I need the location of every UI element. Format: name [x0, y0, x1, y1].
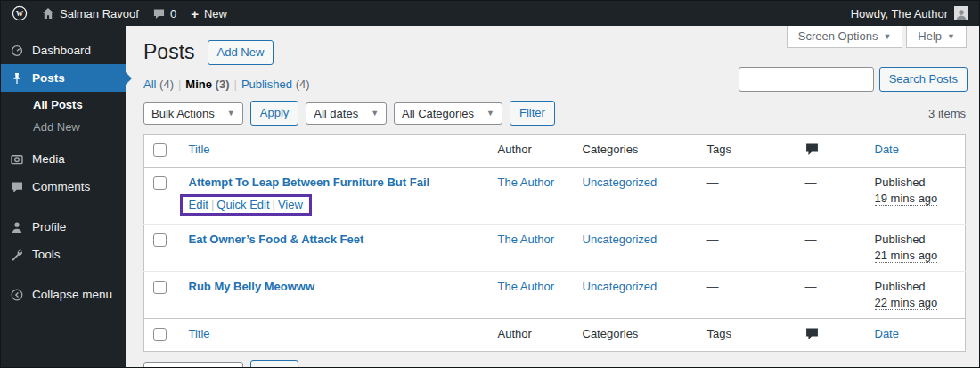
sidebar-item-add-new[interactable]: Add New	[1, 116, 126, 138]
sort-title-header[interactable]: Title	[189, 327, 210, 340]
new-content-menu[interactable]: + New	[191, 7, 227, 20]
separator: |	[234, 78, 237, 91]
wrench-icon	[10, 249, 24, 261]
collapse-arrow-icon	[10, 289, 24, 301]
view-published-link[interactable]: Published (4)	[241, 78, 310, 91]
chevron-down-icon: ▼	[947, 32, 955, 41]
post-title-link[interactable]: Rub My Belly Meowww	[189, 280, 315, 293]
row-checkbox[interactable]	[153, 233, 167, 247]
table-row: Rub My Belly Meowww The Author Uncategor…	[144, 272, 966, 319]
sort-title-header[interactable]: Title	[189, 143, 210, 156]
category-link[interactable]: Uncategorized	[583, 280, 657, 293]
separator: |	[211, 198, 214, 211]
tags-header: Tags	[698, 319, 796, 352]
post-status: Published	[875, 280, 926, 293]
sidebar-item-label: Dashboard	[32, 44, 91, 57]
post-title-link[interactable]: Attempt To Leap Between Furniture But Fa…	[189, 176, 430, 189]
dashboard-icon	[10, 45, 24, 57]
post-date: 19 mins ago	[875, 192, 938, 206]
sidebar-item-label: Tools	[32, 248, 61, 261]
howdy-label: Howdy, The Author	[851, 7, 948, 20]
author-link[interactable]: The Author	[498, 233, 555, 246]
post-date: 22 mins ago	[875, 296, 938, 310]
post-date: 21 mins ago	[875, 249, 938, 263]
sidebar-item-posts[interactable]: Posts	[1, 64, 126, 92]
wordpress-admin-window: W Salman Ravoof 0 + New Howdy, The Autho…	[0, 0, 980, 368]
category-link[interactable]: Uncategorized	[583, 233, 657, 246]
select-all-checkbox[interactable]	[153, 143, 167, 157]
view-mine-link[interactable]: Mine (3)	[185, 78, 229, 91]
sidebar-item-profile[interactable]: Profile	[1, 213, 126, 241]
categories-filter-select[interactable]: All Categories ▼	[394, 102, 502, 125]
comments-column-icon	[805, 330, 819, 343]
sidebar-item-label: Profile	[32, 220, 66, 233]
screen-meta-tabs: Screen Options ▼ Help ▼	[787, 26, 967, 48]
table-row: Attempt To Leap Between Furniture But Fa…	[144, 168, 966, 225]
separator: |	[178, 78, 181, 91]
sidebar-item-all-posts[interactable]: All Posts	[1, 94, 126, 116]
admin-bar-comments[interactable]: 0	[153, 7, 176, 20]
account-menu[interactable]: Howdy, The Author	[851, 6, 968, 20]
apply-button-bottom[interactable]: Apply	[250, 360, 299, 368]
tags-header: Tags	[698, 135, 796, 168]
post-title-link[interactable]: Eat Owner’s Food & Attack Feet	[189, 233, 364, 246]
site-name-menu[interactable]: Salman Ravoof	[42, 7, 139, 20]
admin-sidebar: Dashboard Posts All Posts Add New Media …	[1, 26, 126, 367]
new-label: New	[204, 7, 227, 20]
author-link[interactable]: The Author	[498, 176, 555, 189]
avatar	[954, 6, 968, 20]
comments-value: —	[805, 280, 817, 293]
row-actions: Edit|Quick Edit|View	[189, 194, 480, 216]
comments-count: 0	[170, 7, 176, 20]
menu-separator	[1, 268, 126, 281]
sidebar-item-label: Collapse menu	[32, 288, 112, 301]
comments-column-icon	[805, 145, 819, 159]
view-link[interactable]: View	[278, 198, 303, 211]
posts-submenu: All Posts Add New	[1, 92, 126, 145]
screen-options-tab[interactable]: Screen Options ▼	[787, 26, 903, 48]
site-name-label: Salman Ravoof	[60, 7, 139, 20]
page-title: Posts	[143, 40, 195, 65]
sort-date-header[interactable]: Date	[875, 327, 899, 340]
sidebar-item-dashboard[interactable]: Dashboard	[1, 37, 126, 64]
author-link[interactable]: The Author	[498, 280, 555, 293]
edit-link[interactable]: Edit	[189, 198, 208, 211]
search-posts-button[interactable]: Search Posts	[879, 67, 968, 92]
menu-separator	[1, 200, 126, 213]
quick-edit-link[interactable]: Quick Edit	[216, 198, 269, 211]
category-link[interactable]: Uncategorized	[583, 176, 657, 189]
sidebar-item-label: Posts	[32, 71, 65, 85]
annotation-highlight: Edit|Quick Edit|View	[180, 194, 312, 216]
bulk-actions-select-bottom[interactable]: Bulk Actions ▼	[143, 362, 243, 368]
sidebar-item-tools[interactable]: Tools	[1, 241, 126, 268]
filter-button[interactable]: Filter	[510, 101, 555, 126]
comments-value: —	[805, 233, 817, 246]
sort-date-header[interactable]: Date	[875, 143, 899, 156]
chevron-down-icon: ▼	[486, 109, 494, 118]
dates-filter-select[interactable]: All dates ▼	[306, 102, 387, 125]
table-nav-top: Bulk Actions ▼ Apply All dates ▼ All Cat…	[143, 101, 966, 126]
tags-value: —	[707, 280, 719, 293]
sidebar-item-comments[interactable]: Comments	[1, 173, 126, 200]
select-all-checkbox[interactable]	[153, 328, 167, 341]
row-checkbox[interactable]	[153, 176, 167, 190]
main-content: Screen Options ▼ Help ▼ Search Posts Pos…	[126, 26, 979, 367]
author-header: Author	[489, 135, 574, 168]
chevron-down-icon: ▼	[227, 109, 235, 118]
add-new-button[interactable]: Add New	[208, 40, 274, 65]
table-nav-bottom: Bulk Actions ▼ Apply 3 items	[143, 360, 966, 368]
sidebar-item-media[interactable]: Media	[1, 145, 126, 173]
post-status: Published	[875, 176, 926, 189]
help-tab[interactable]: Help ▼	[906, 26, 967, 48]
wordpress-logo-icon[interactable]: W	[12, 5, 28, 21]
comments-icon	[10, 181, 24, 193]
view-all-link[interactable]: All (4)	[143, 78, 174, 91]
search-input[interactable]	[739, 67, 874, 92]
sidebar-item-label: Media	[32, 152, 65, 166]
bulk-actions-select[interactable]: Bulk Actions ▼	[143, 102, 243, 125]
camera-icon	[10, 153, 24, 166]
comments-value: —	[805, 176, 817, 189]
row-checkbox[interactable]	[153, 281, 167, 294]
sidebar-item-collapse-menu[interactable]: Collapse menu	[1, 281, 126, 308]
apply-button[interactable]: Apply	[250, 101, 299, 126]
